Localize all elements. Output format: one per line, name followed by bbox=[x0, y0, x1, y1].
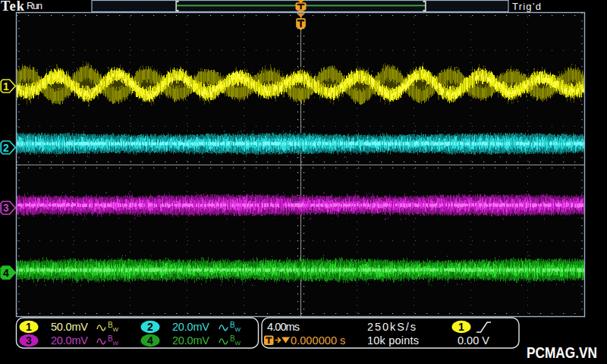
svg-text:2: 2 bbox=[3, 142, 9, 154]
svg-text:20.0mV: 20.0mV bbox=[172, 321, 209, 333]
svg-text:3: 3 bbox=[26, 334, 32, 347]
svg-text:Tek: Tek bbox=[1, 0, 25, 14]
svg-text:0.000000: 0.000000 bbox=[291, 334, 337, 347]
svg-text:W: W bbox=[113, 340, 119, 347]
svg-text:2: 2 bbox=[147, 321, 153, 333]
svg-text:4: 4 bbox=[147, 334, 153, 347]
svg-text:Trig’d: Trig’d bbox=[512, 1, 541, 12]
svg-text:Run: Run bbox=[27, 0, 42, 11]
svg-text:3: 3 bbox=[3, 202, 9, 214]
svg-text:20.0mV: 20.0mV bbox=[51, 334, 88, 347]
svg-text:1: 1 bbox=[458, 321, 464, 333]
svg-text:1: 1 bbox=[3, 80, 9, 93]
svg-text:250kS/s: 250kS/s bbox=[367, 321, 416, 333]
svg-text:s: s bbox=[340, 334, 345, 347]
svg-text:4: 4 bbox=[3, 267, 9, 279]
svg-text:50.0mV: 50.0mV bbox=[51, 321, 88, 333]
svg-text:W: W bbox=[113, 326, 119, 333]
svg-text:W: W bbox=[235, 340, 241, 347]
svg-text:20.0mV: 20.0mV bbox=[172, 334, 209, 347]
svg-text:10k points: 10k points bbox=[367, 334, 419, 347]
svg-text:0.00 V: 0.00 V bbox=[458, 334, 489, 347]
svg-text:PCMAG.VN: PCMAG.VN bbox=[527, 344, 597, 361]
svg-text:1: 1 bbox=[26, 321, 32, 333]
svg-text:4.00ms: 4.00ms bbox=[267, 321, 300, 333]
svg-text:W: W bbox=[235, 326, 241, 333]
